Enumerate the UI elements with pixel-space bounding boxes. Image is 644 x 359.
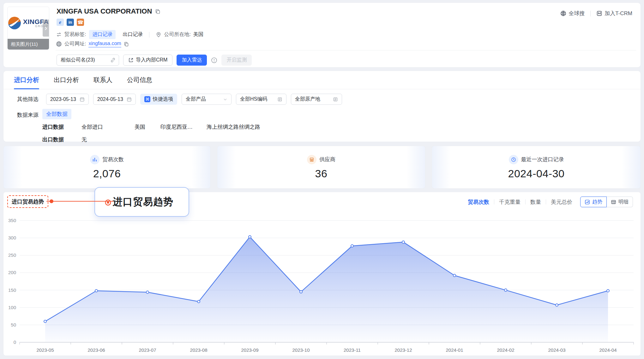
tab-import-analysis[interactable]: 进口分析 xyxy=(14,71,39,89)
import-icon xyxy=(128,57,134,63)
all-products-select[interactable]: 全部产品 xyxy=(182,94,232,105)
annotation-callout: 进口贸易趋势 xyxy=(94,187,189,217)
svg-text:100: 100 xyxy=(8,305,16,310)
svg-text:2023-12: 2023-12 xyxy=(394,347,412,353)
clock-icon xyxy=(509,155,518,164)
website-row: 公司网址: xingfausa.com xyxy=(56,41,129,47)
tag-export-records[interactable]: 出口记录 xyxy=(123,31,143,38)
import-source-silk-road[interactable]: 丝绸之路 xyxy=(239,123,260,131)
website-label: 公司网址: xyxy=(64,41,86,47)
divider xyxy=(546,199,546,204)
tab-contacts[interactable]: 联系人 xyxy=(93,71,112,89)
divider xyxy=(525,199,526,204)
import-crm-button[interactable]: 导入内部CRM xyxy=(123,55,172,66)
all-data-chip[interactable]: 全部数据 xyxy=(42,109,71,119)
company-logo-card[interactable]: XINGFA GROUP 相关图片(11) › xyxy=(7,7,49,50)
all-origins-select[interactable]: 全部原产地 xyxy=(291,94,342,105)
stat-label: 最近一次进口记录 xyxy=(521,156,564,163)
copy-website-icon[interactable] xyxy=(124,42,129,47)
trade-label: 贸易标签: xyxy=(64,31,86,38)
stat-value: 2,076 xyxy=(93,168,121,180)
import-source-indonesia[interactable]: 印度尼西亚… xyxy=(160,123,193,131)
add-radar-button[interactable]: 加入雷达 xyxy=(177,55,207,66)
svg-text:0: 0 xyxy=(14,339,16,345)
view-trend-label: 趋势 xyxy=(592,199,602,205)
join-tcrm-button[interactable]: 加入T-CRM xyxy=(596,10,632,17)
svg-text:2023-06: 2023-06 xyxy=(87,347,105,353)
export-data-value: 无 xyxy=(81,136,87,143)
svg-text:2024-04: 2024-04 xyxy=(599,347,617,353)
all-products-value: 全部产品 xyxy=(186,96,206,103)
view-toggle: 趋势 明细 xyxy=(580,197,633,207)
date-start-value: 2023-05-13 xyxy=(50,97,76,102)
copy-company-name-icon[interactable] xyxy=(155,9,160,14)
command-icon: ⌘ xyxy=(144,96,150,102)
svg-text:2023-10: 2023-10 xyxy=(292,347,310,353)
trend-chart-icon xyxy=(585,199,590,205)
metric-usd-total[interactable]: 美元总价 xyxy=(551,198,572,206)
tab-company-info[interactable]: 公司信息 xyxy=(127,71,152,89)
other-filters-label: 其他筛选 xyxy=(17,96,39,103)
stat-value: 36 xyxy=(315,168,328,180)
annotation-line xyxy=(46,201,113,202)
import-source-all[interactable]: 全部进口 xyxy=(81,123,103,131)
tag-import-records[interactable]: 进口记录 xyxy=(89,30,116,39)
svg-text:2024-02: 2024-02 xyxy=(497,347,514,353)
global-search-label: 全球搜 xyxy=(569,10,585,17)
trend-area-chart: 0501001502002503003502023-052023-062023-… xyxy=(3,216,641,356)
quick-options-label: 快捷选项 xyxy=(153,96,173,103)
svg-text:2023-09: 2023-09 xyxy=(241,347,258,353)
trade-tags-row: 贸易标签: 进口记录 出口记录 公司所在地: 美国 xyxy=(56,30,203,39)
location-label: 公司所在地: xyxy=(164,31,190,38)
view-detail-label: 明细 xyxy=(618,199,629,205)
page: XINGFA GROUP 相关图片(11) › XINGFA USA CORPO… xyxy=(0,0,644,359)
metric-kg-weight[interactable]: 千克重量 xyxy=(499,198,521,206)
global-search-button[interactable]: 全球搜 xyxy=(560,10,585,17)
phone-icon[interactable]: ☎ xyxy=(77,19,84,26)
linkedin-icon[interactable]: in xyxy=(67,19,74,26)
date-start-input[interactable]: 2023-05-13 xyxy=(46,94,89,105)
related-images-overlay[interactable]: 相关图片(11) xyxy=(8,39,49,50)
stat-card-suppliers: 供应商 36 xyxy=(217,146,425,189)
import-source-usa[interactable]: 美国 xyxy=(135,123,145,131)
view-detail-button[interactable]: 明细 xyxy=(607,197,633,207)
tabs: 进口分析 出口分析 联系人 公司信息 xyxy=(3,71,641,89)
start-monitor-button[interactable]: 开启监测 xyxy=(221,55,252,66)
metric-trade-count[interactable]: 贸易次数 xyxy=(468,198,489,206)
social-links: e in ☎ xyxy=(57,19,84,26)
annotation-dot xyxy=(50,199,53,203)
data-source-label: 数据来源 xyxy=(17,111,39,119)
svg-text:2024-03: 2024-03 xyxy=(548,347,565,353)
browser-link-icon[interactable]: e xyxy=(57,19,64,26)
list-document-icon xyxy=(333,97,338,102)
import-source-maritime-silk-road[interactable]: 海上丝绸之路 xyxy=(207,123,239,131)
svg-text:250: 250 xyxy=(8,252,16,258)
logo-next-chevron-icon[interactable]: › xyxy=(43,20,49,37)
info-icon[interactable] xyxy=(211,57,217,63)
join-tcrm-label: 加入T-CRM xyxy=(605,10,632,17)
svg-text:2023-08: 2023-08 xyxy=(190,347,207,353)
divider xyxy=(149,32,149,38)
tab-export-analysis[interactable]: 出口分析 xyxy=(54,71,79,89)
website-link[interactable]: xingfausa.com xyxy=(88,41,121,47)
company-header-panel: XINGFA GROUP 相关图片(11) › XINGFA USA CORPO… xyxy=(3,3,641,68)
calendar-icon xyxy=(80,97,85,102)
table-icon xyxy=(611,199,616,205)
all-hs-codes-select[interactable]: 全部HS编码 xyxy=(236,94,286,105)
list-document-icon xyxy=(277,97,282,102)
bullseye-icon xyxy=(105,199,111,206)
exchange-arrows-icon xyxy=(56,32,62,38)
svg-text:200: 200 xyxy=(8,270,16,275)
similar-companies-box[interactable]: 相似公司名(23) xyxy=(57,55,119,66)
header-divider xyxy=(56,50,636,50)
stat-head: 贸易次数 xyxy=(90,155,124,164)
header-top-right: 全球搜 加入T-CRM xyxy=(560,10,632,17)
view-trend-button[interactable]: 趋势 xyxy=(580,197,607,207)
date-end-value: 2024-05-13 xyxy=(97,97,123,102)
metric-quantity[interactable]: 数量 xyxy=(530,198,541,206)
chart-metric-bar: 贸易次数 千克重量 数量 美元总价 趋势 明细 xyxy=(468,197,633,207)
quick-options-button[interactable]: ⌘ 快捷选项 xyxy=(140,94,177,105)
chevron-down-icon xyxy=(223,97,227,102)
date-end-input[interactable]: 2024-05-13 xyxy=(93,94,136,105)
add-radar-label: 加入雷达 xyxy=(182,57,202,63)
